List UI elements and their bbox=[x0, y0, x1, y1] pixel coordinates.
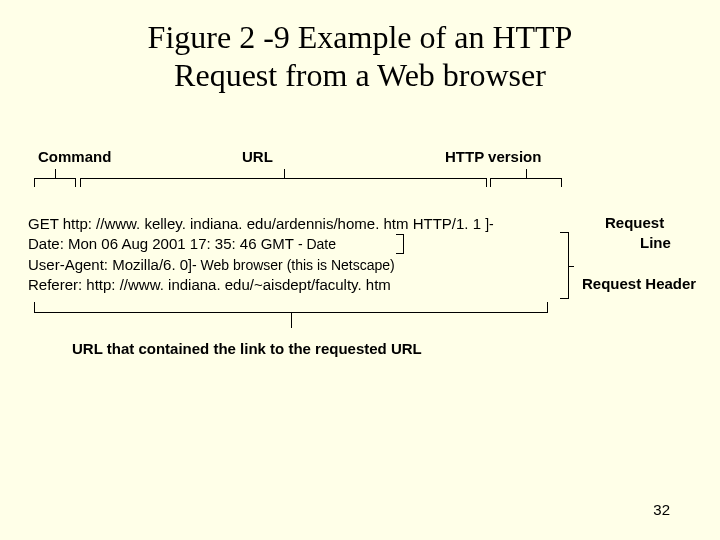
bracket-command bbox=[34, 178, 76, 187]
label-http-version: HTTP version bbox=[445, 148, 541, 165]
http-request-block: GET http: //www. kelley. indiana. edu/ar… bbox=[28, 214, 494, 295]
label-referer-url: URL that contained the link to the reque… bbox=[72, 340, 422, 357]
figure-title: Figure 2 -9 Example of an HTTP Request f… bbox=[0, 0, 720, 95]
brace-request-header bbox=[560, 232, 569, 299]
request-line-2: Date: Mon 06 Aug 2001 17: 35: 46 GMT - D… bbox=[28, 234, 494, 254]
brace-date bbox=[396, 234, 404, 254]
title-line-1: Figure 2 -9 Example of an HTTP bbox=[148, 19, 573, 55]
request-line-bracket: ]- bbox=[485, 216, 494, 232]
label-command: Command bbox=[38, 148, 111, 165]
request-line-4: Referer: http: //www. indiana. edu/~aisd… bbox=[28, 275, 494, 295]
user-agent-annotation: ]- Web browser (this is Netscape) bbox=[188, 257, 395, 273]
page-number: 32 bbox=[653, 501, 670, 518]
user-agent-header: User-Agent: Mozilla/6. 0 bbox=[28, 256, 188, 273]
date-annotation: - Date bbox=[298, 236, 336, 252]
label-url: URL bbox=[242, 148, 273, 165]
request-line-text: GET http: //www. kelley. indiana. edu/ar… bbox=[28, 215, 481, 232]
referer-header: Referer: http: //www. indiana. edu/~aisd… bbox=[28, 276, 391, 293]
request-line-1: GET http: //www. kelley. indiana. edu/ar… bbox=[28, 214, 494, 234]
bracket-referer bbox=[34, 302, 548, 313]
title-line-2: Request from a Web browser bbox=[174, 57, 546, 93]
label-line: Line bbox=[640, 234, 671, 251]
label-request: Request bbox=[605, 214, 664, 231]
date-header: Date: Mon 06 Aug 2001 17: 35: 46 GMT bbox=[28, 235, 294, 252]
label-request-header: Request Header bbox=[582, 275, 696, 292]
bracket-url bbox=[80, 178, 487, 187]
bracket-version bbox=[490, 178, 562, 187]
request-line-3: User-Agent: Mozilla/6. 0]- Web browser (… bbox=[28, 255, 494, 275]
